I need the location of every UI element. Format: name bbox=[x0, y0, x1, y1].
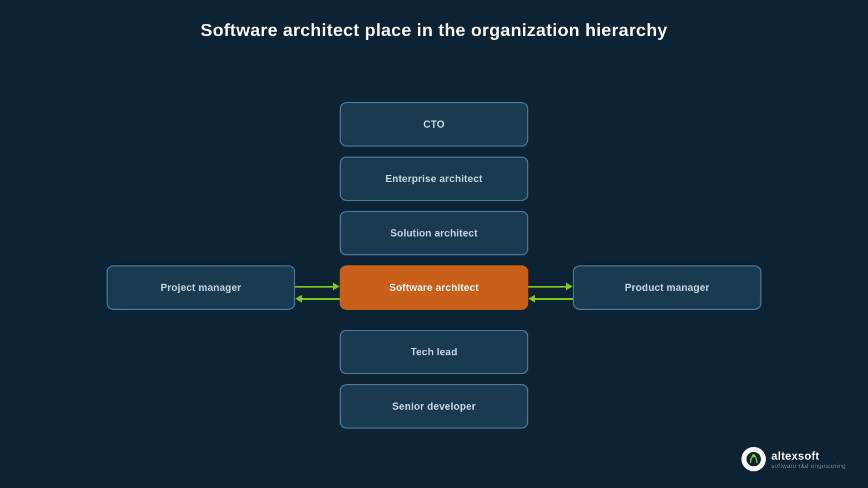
arrow-head-right-2 bbox=[566, 283, 573, 290]
middle-row: Project manager Software architect bbox=[107, 265, 761, 320]
diagram-inner: CTO Enterprise architect Solution archit… bbox=[107, 102, 761, 439]
logo-text-area: altexsoft software r&d engineering bbox=[771, 450, 846, 469]
arrow-line-2 bbox=[302, 298, 340, 300]
arrow-line-4 bbox=[535, 298, 573, 300]
node-senior-developer: Senior developer bbox=[340, 384, 528, 429]
node-tech-lead: Tech lead bbox=[340, 330, 528, 374]
node-product-manager: Product manager bbox=[573, 265, 761, 310]
arrow-line-3 bbox=[528, 286, 566, 288]
arrow-head-left bbox=[295, 295, 302, 303]
logo-subtitle: software r&d engineering bbox=[771, 462, 846, 469]
arrow-left-1 bbox=[295, 295, 340, 303]
arrow-right-1 bbox=[295, 283, 340, 290]
node-enterprise-architect: Enterprise architect bbox=[340, 157, 528, 201]
node-cto: CTO bbox=[340, 102, 528, 147]
svg-point-0 bbox=[746, 452, 761, 466]
arrow-line bbox=[295, 286, 333, 288]
arrow-head-left-2 bbox=[528, 295, 535, 303]
node-software-architect: Software architect bbox=[340, 265, 528, 310]
svg-point-1 bbox=[752, 454, 755, 457]
node-solution-architect: Solution architect bbox=[340, 211, 528, 255]
altexsoft-icon bbox=[741, 447, 766, 471]
logo-name: altexsoft bbox=[771, 450, 846, 462]
arrow-right-2 bbox=[528, 283, 573, 290]
left-arrows bbox=[295, 283, 340, 303]
arrow-left-2 bbox=[528, 295, 573, 303]
arrow-head-right bbox=[333, 283, 340, 290]
diagram-container: CTO Enterprise architect Solution archit… bbox=[0, 53, 868, 488]
right-arrows bbox=[528, 283, 573, 303]
page-title: Software architect place in the organiza… bbox=[0, 0, 868, 41]
node-project-manager: Project manager bbox=[107, 265, 295, 310]
logo-area: altexsoft software r&d engineering bbox=[741, 447, 846, 471]
